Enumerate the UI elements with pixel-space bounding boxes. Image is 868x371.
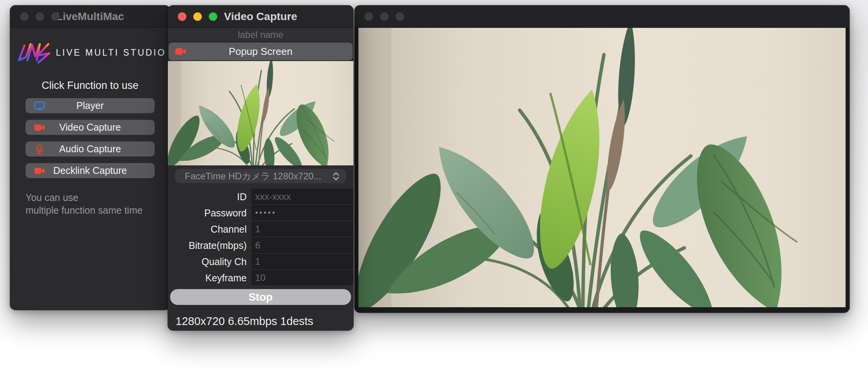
display-icon [34,101,45,111]
zoom-button[interactable] [396,12,404,21]
video-capture-window: Video Capture Popup Screen FaceTime HDカメ… [168,5,353,330]
chevron-up-down-icon [333,172,339,180]
password-input[interactable] [251,208,353,217]
video-capture-button-label: Video Capture [59,122,121,133]
quality-label: Quality Ch [168,254,247,270]
popup-screen-button[interactable]: Popup Screen [169,43,353,60]
video-camera-icon [175,46,186,57]
capture-settings-form: ID Password Channel Bitrate(mbps) Qualit… [168,189,353,286]
audio-capture-button-label: Audio Capture [59,143,121,154]
player-button-label: Player [77,100,104,111]
app-logo: LIVE MULTI STUDIO [10,40,170,65]
zoom-button[interactable] [51,12,60,21]
usage-note-line1: You can use [26,191,170,204]
keyframe-label: Keyframe [168,270,247,286]
video-capture-titlebar[interactable]: Video Capture [168,5,353,28]
video-capture-button[interactable]: Video Capture [26,120,155,135]
close-button[interactable] [365,12,373,21]
channel-input[interactable] [251,224,353,235]
minimize-button[interactable] [36,12,44,21]
usage-note: You can use multiple function same time [26,191,170,217]
id-input[interactable] [251,191,353,202]
logo-text: LIVE MULTI STUDIO [56,48,166,58]
form-row-password: Password [168,205,353,221]
channel-label: Channel [168,221,247,237]
decklink-capture-button-label: Decklink Capture [53,165,127,176]
window-controls [365,12,404,21]
form-row-keyframe: Keyframe [168,270,353,286]
stream-status-text: 1280x720 6.65mbps 1dests [176,315,353,328]
lms-logo-icon [14,40,52,65]
livemultimac-titlebar[interactable]: LiveMultiMac [10,5,170,28]
livemultimac-window: LiveMultiMac LIVE MULTI STUDIO Click Fun… [10,5,170,310]
minimize-button[interactable] [380,12,389,21]
quality-input[interactable] [251,256,353,267]
video-camera-icon [34,166,45,176]
popup-screen-button-label: Popup Screen [229,46,293,57]
popup-video-titlebar[interactable] [355,5,849,28]
popup-video-feed [358,28,846,307]
camera-preview [168,61,353,165]
player-button[interactable]: Player [26,98,155,113]
id-label: ID [168,189,247,205]
label-name-row [168,28,353,42]
window-controls [20,12,60,21]
form-row-quality: Quality Ch [168,254,353,270]
popup-video-window [355,5,849,313]
camera-select-dropdown[interactable]: FaceTime HDカメラ 1280x720... [175,169,346,183]
zoom-button[interactable] [209,12,217,21]
label-name-input[interactable] [168,28,353,41]
window-controls [178,12,217,21]
close-button[interactable] [20,12,29,21]
bitrate-label: Bitrate(mbps) [168,237,247,254]
audio-capture-button[interactable]: Audio Capture [26,141,155,157]
camera-select-value: FaceTime HDカメラ 1280x720... [175,170,346,182]
keyframe-input[interactable] [251,272,353,283]
livemultimac-body: LIVE MULTI STUDIO Click Function to use … [10,40,170,217]
microphone-icon [34,144,45,154]
decklink-capture-button[interactable]: Decklink Capture [26,163,155,178]
minimize-button[interactable] [193,12,202,21]
close-button[interactable] [178,12,186,21]
form-row-id: ID [168,189,353,205]
instruction-text: Click Function to use [10,80,170,92]
video-camera-icon [34,123,45,133]
usage-note-line2: multiple function same time [26,204,170,217]
form-row-bitrate: Bitrate(mbps) [168,237,353,254]
form-row-channel: Channel [168,221,353,237]
password-label: Password [168,205,247,221]
stop-button[interactable]: Stop [170,289,351,305]
bitrate-input[interactable] [251,240,353,251]
